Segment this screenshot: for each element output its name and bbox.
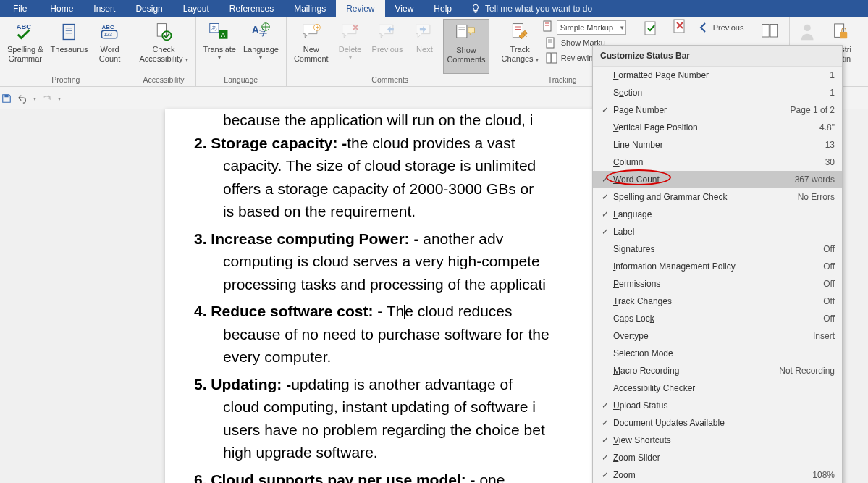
lightbulb-icon [471, 4, 481, 14]
menu-item-label: Information Management Policy [613, 261, 817, 272]
statusbar-menu-item[interactable]: ✓Upload Status [593, 397, 842, 414]
doc-item-4: 4. Reduce software cost: - The cloud red… [194, 300, 657, 369]
block-authors-icon [799, 22, 818, 41]
tab-layout[interactable]: Layout [173, 0, 219, 17]
svg-rect-32 [552, 53, 557, 63]
undo-icon[interactable] [17, 93, 28, 104]
menu-item-value: Off [817, 296, 835, 306]
check-icon: ✓ [597, 435, 613, 445]
tab-view[interactable]: View [385, 0, 424, 17]
tab-home[interactable]: Home [40, 0, 83, 17]
language-icon: A字 [250, 22, 271, 42]
qat-customize[interactable]: ▾ [58, 96, 61, 102]
tab-review[interactable]: Review [336, 0, 384, 17]
statusbar-menu-item[interactable]: ✓Language [593, 206, 842, 223]
spelling-grammar-button[interactable]: ABC Spelling & Grammar [4, 19, 46, 74]
statusbar-menu-item[interactable]: Selection Mode [593, 345, 842, 362]
svg-rect-28 [547, 38, 554, 48]
menu-item-label: Formatted Page Number [613, 70, 824, 80]
translate-label: Translate [203, 45, 236, 54]
previous-change-button[interactable]: Previous [695, 20, 747, 35]
tab-references[interactable]: References [219, 0, 284, 17]
doc-line-prev: because the application will run on the … [194, 109, 657, 132]
accept-button[interactable] [639, 20, 665, 38]
menu-item-value: 108% [806, 470, 835, 480]
statusbar-menu-item[interactable]: Information Management PolicyOff [593, 258, 842, 275]
menu-item-label: Column [613, 157, 819, 167]
next-comment-icon [414, 22, 434, 41]
statusbar-menu-item[interactable]: ✓Label [593, 223, 842, 240]
language-label: Language [243, 45, 279, 54]
language-button[interactable]: A字 Language ▾ [240, 19, 282, 74]
check-accessibility-button[interactable]: Check Accessibility ▾ [137, 19, 191, 74]
word-count-button[interactable]: ABC123 Word Count [93, 19, 127, 74]
menu-item-label: Upload Status [613, 400, 829, 411]
previous-comment-button[interactable]: Previous [369, 19, 406, 74]
statusbar-menu-item[interactable]: PermissionsOff [593, 275, 842, 293]
statusbar-menu-item[interactable]: ✓Zoom Slider [593, 449, 842, 466]
reject-button[interactable] [667, 19, 694, 35]
statusbar-menu-item[interactable]: OvertypeInsert [593, 327, 842, 345]
svg-text:123: 123 [104, 32, 112, 37]
save-icon[interactable] [1, 93, 12, 104]
menu-item-label: Zoom [613, 470, 806, 480]
statusbar-menu-item[interactable]: Caps LockOff [593, 310, 842, 327]
svg-rect-39 [840, 32, 848, 38]
menu-item-value: Page 1 of 2 [785, 105, 835, 115]
thesaurus-icon [59, 22, 80, 42]
statusbar-menu-item[interactable]: ✓Document Updates Available [593, 414, 842, 432]
translate-button[interactable]: あA Translate ▾ [201, 19, 239, 74]
check-icon: ✓ [597, 105, 613, 115]
show-comments-button[interactable]: Show Comments [443, 19, 489, 74]
tell-me[interactable]: Tell me what you want to do [462, 0, 601, 17]
statusbar-menu-item[interactable]: ✓Word Count367 words [593, 171, 842, 188]
tab-mailings[interactable]: Mailings [284, 0, 336, 17]
menu-item-label: Label [613, 227, 829, 237]
statusbar-menu-item[interactable]: Column30 [593, 154, 842, 171]
previous-change-icon [698, 22, 709, 33]
menu-item-value: Off [817, 244, 835, 254]
tab-design[interactable]: Design [125, 0, 172, 17]
menu-item-value: Off [817, 279, 835, 289]
statusbar-menu-item[interactable]: ✓Spelling and Grammar CheckNo Errors [593, 188, 842, 206]
svg-text:ABC: ABC [17, 23, 32, 30]
markup-combo[interactable]: Simple Markup [557, 20, 626, 35]
undo-dropdown[interactable]: ▾ [33, 96, 36, 102]
menu-item-value: Off [817, 261, 835, 272]
statusbar-menu-item[interactable]: ✓Page NumberPage 1 of 2 [593, 101, 842, 119]
statusbar-menu-item[interactable]: ✓Zoom108% [593, 466, 842, 483]
check-icon: ✓ [597, 209, 613, 219]
statusbar-menu-item[interactable]: ✓View Shortcuts [593, 432, 842, 449]
track-line1: Track [510, 45, 530, 54]
tab-file[interactable]: File [0, 0, 40, 17]
statusbar-menu-item[interactable]: Accessibility Checker [593, 379, 842, 397]
menu-item-label: Caps Lock [613, 314, 817, 324]
new-comment-icon: ✶ [301, 22, 321, 41]
delete-comment-button[interactable]: Delete ▾ [333, 19, 368, 74]
redo-icon[interactable] [42, 93, 52, 104]
statusbar-menu-item[interactable]: Section1 [593, 84, 842, 101]
next-comment-button[interactable]: Next [407, 19, 442, 74]
group-accessibility-label: Accessibility [137, 74, 191, 86]
tab-help[interactable]: Help [424, 0, 462, 17]
wordcount-line2: Count [99, 54, 120, 64]
group-proofing: ABC Spelling & Grammar Thesaurus ABC123 … [0, 17, 132, 86]
group-accessibility: Check Accessibility ▾ Accessibility [132, 17, 196, 86]
statusbar-menu-item[interactable]: Line Number13 [593, 136, 842, 154]
statusbar-menu-item[interactable]: Macro RecordingNot Recording [593, 362, 842, 379]
menu-item-label: Language [613, 209, 829, 219]
menu-item-label: Selection Mode [613, 348, 829, 358]
menu-item-label: Spelling and Grammar Check [613, 192, 792, 202]
statusbar-menu-item[interactable]: Track ChangesOff [593, 293, 842, 310]
tab-insert[interactable]: Insert [83, 0, 125, 17]
statusbar-menu-item[interactable]: Formatted Page Number1 [593, 67, 842, 84]
track-changes-button[interactable]: Track Changes ▾ [499, 19, 542, 74]
thesaurus-button[interactable]: Thesaurus [48, 19, 91, 74]
newcomment-line2: Comment [294, 54, 329, 64]
reject-icon [673, 19, 688, 33]
statusbar-menu-item[interactable]: Vertical Page Position4.8" [593, 119, 842, 136]
doc-item-6: 6. Cloud supports pay per use model: - o… [194, 469, 657, 484]
new-comment-button[interactable]: ✶ New Comment [291, 19, 332, 74]
statusbar-menu-item[interactable]: SignaturesOff [593, 240, 842, 258]
group-proofing-label: Proofing [4, 74, 127, 86]
